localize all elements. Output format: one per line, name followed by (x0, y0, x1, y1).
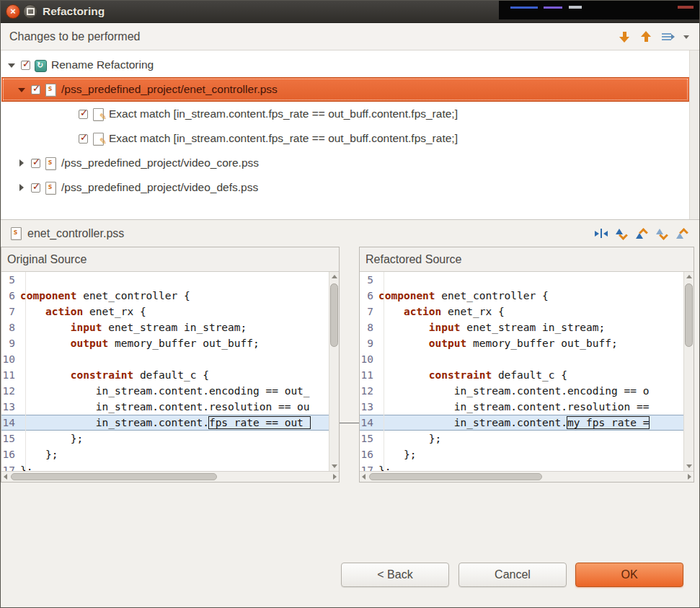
code-lines: 56component enet_controller {7 action en… (360, 272, 694, 471)
refactored-source-title: Refactored Source (360, 247, 694, 272)
swap-compare-viewer-icon[interactable] (594, 226, 608, 241)
close-button[interactable]: × (6, 4, 20, 19)
code-line: 7 action enet_rx { (1, 304, 339, 320)
code-text: constraint default_c { (20, 369, 209, 381)
line-number: 10 (1, 351, 20, 367)
previous-difference-icon[interactable] (634, 226, 649, 241)
ok-button[interactable]: OK (575, 563, 683, 587)
line-number: 7 (1, 304, 20, 320)
scroll-left-icon[interactable] (360, 472, 368, 482)
scroll-right-icon[interactable] (330, 472, 339, 482)
code-line: 5 (360, 272, 694, 288)
h-scroll-thumb[interactable] (11, 473, 217, 480)
menu-caret-icon[interactable] (682, 30, 691, 44)
change-checkbox[interactable] (79, 134, 88, 144)
code-text: }; (378, 433, 441, 444)
change-checkbox[interactable] (21, 61, 30, 70)
change-checkbox[interactable] (31, 183, 40, 193)
background-artifact (678, 6, 694, 9)
tree-scrollbar[interactable] (689, 50, 699, 219)
v-scroll-thumb[interactable] (685, 283, 693, 347)
scroll-right-icon[interactable] (685, 472, 694, 482)
expand-toggle-icon[interactable] (16, 182, 27, 193)
code-line: 6component enet_controller { (1, 288, 339, 304)
back-button[interactable]: < Back (341, 563, 449, 587)
scroll-left-icon[interactable] (1, 472, 10, 482)
line-number: 15 (360, 431, 378, 446)
code-line: 9 output memory_buffer out_buff; (1, 335, 339, 351)
line-number: 6 (360, 288, 378, 304)
filter-changes-icon[interactable] (660, 30, 675, 44)
tree-item[interactable]: Exact match [in_stream.content.fps_rate … (1, 102, 689, 126)
previous-change-icon[interactable] (675, 226, 689, 241)
tree-item-label: /pss_predefined_project/video_defs.pss (61, 181, 258, 194)
expand-toggle-icon[interactable] (16, 157, 27, 169)
code-line: 13 in_stream.content.resolution == ou (1, 399, 339, 415)
next-change-icon[interactable] (655, 226, 669, 241)
cancel-button[interactable]: Cancel (458, 563, 567, 587)
restore-button[interactable] (23, 4, 37, 19)
tree-item[interactable]: /pss_predefined_project/video_defs.pss (1, 175, 689, 200)
next-change-arrow-icon[interactable] (617, 30, 632, 44)
code-lines: 56component enet_controller {7 action en… (1, 272, 339, 471)
diff-connector-strip (340, 247, 359, 483)
tree-item[interactable]: /pss_predefined_project/enet_controller.… (1, 77, 689, 102)
code-line: 11 constraint default_c { (360, 367, 694, 383)
code-line: 9 output memory_buffer out_buff; (360, 335, 694, 351)
changes-toolbar (617, 23, 691, 50)
line-number: 10 (360, 351, 378, 367)
code-line: 7 action enet_rx { (360, 304, 694, 320)
line-number: 5 (360, 272, 378, 288)
code-text: component enet_controller { (20, 290, 190, 301)
expand-toggle-icon[interactable] (6, 59, 17, 71)
tree-item[interactable]: /pss_predefined_project/video_core.pss (1, 151, 689, 175)
change-checkbox[interactable] (31, 85, 40, 94)
v-scroll-thumb[interactable] (330, 283, 338, 347)
code-text: action enet_rx { (378, 306, 505, 317)
pss-file-icon (44, 157, 57, 169)
line-number: 7 (360, 304, 378, 320)
refactored-code-view[interactable]: 56component enet_controller {7 action en… (360, 272, 694, 471)
line-number: 16 (1, 446, 20, 462)
line-number: 14 (360, 415, 378, 431)
background-artifact (544, 6, 562, 9)
refactored-source-pane: Refactored Source 56component enet_contr… (359, 247, 694, 483)
tree-item[interactable]: Rename Refactoring (1, 53, 689, 77)
match-icon (92, 133, 105, 145)
code-line: 17}; (360, 462, 694, 471)
code-text: }; (20, 464, 32, 471)
code-line: 13 in_stream.content.resolution == (360, 399, 694, 415)
code-text: in_stream.content.my_fps_rate = (378, 417, 649, 428)
changes-header: Changes to be performed (1, 23, 699, 50)
change-checkbox[interactable] (31, 159, 40, 168)
original-code-view[interactable]: 56component enet_controller {7 action en… (1, 272, 339, 471)
tree-item-label: Exact match [in_stream.content.fps_rate … (109, 107, 458, 120)
next-difference-icon[interactable] (614, 226, 629, 241)
previous-change-arrow-icon[interactable] (639, 30, 653, 44)
code-line: 17}; (1, 462, 339, 471)
line-number: 17 (1, 462, 20, 471)
code-line: 6component enet_controller { (360, 288, 694, 304)
pss-file-icon (44, 84, 57, 96)
titlebar[interactable]: × Refactoring (1, 1, 699, 23)
code-line: 14 in_stream.content.my_fps_rate = (360, 415, 694, 431)
line-number: 9 (1, 335, 20, 351)
refactored-v-scrollbar[interactable] (683, 272, 694, 471)
expand-toggle-icon[interactable] (16, 84, 27, 95)
background-artifact (510, 6, 538, 9)
refactored-h-scrollbar[interactable] (360, 471, 694, 482)
change-checkbox[interactable] (79, 110, 88, 119)
pss-file-icon (44, 182, 57, 194)
original-h-scrollbar[interactable] (1, 471, 339, 482)
code-text: output memory_buffer out_buff; (20, 338, 260, 349)
line-number: 11 (1, 367, 20, 383)
tree-item[interactable]: Exact match [in_stream.content.fps_rate … (1, 126, 689, 151)
code-line: 16 }; (1, 446, 339, 462)
h-scroll-thumb[interactable] (369, 473, 542, 480)
pss-file-icon (9, 227, 22, 239)
original-v-scrollbar[interactable] (329, 272, 339, 471)
original-source-title: Original Source (1, 247, 339, 272)
changes-title: Changes to be performed (9, 30, 140, 43)
line-number: 12 (360, 383, 378, 399)
code-line: 5 (1, 272, 339, 288)
